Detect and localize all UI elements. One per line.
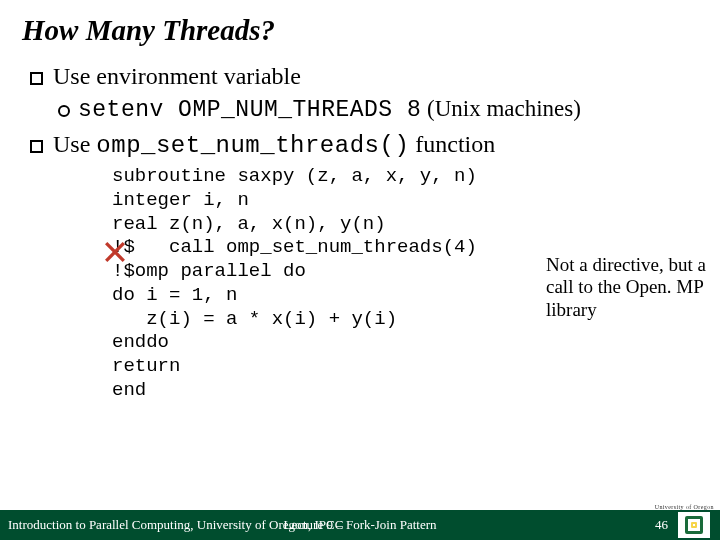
bullet-post: function — [409, 131, 495, 157]
slide: How Many Threads? Use environment variab… — [0, 0, 720, 540]
square-bullet-icon — [30, 140, 43, 153]
slide-footer: Introduction to Parallel Computing, Univ… — [0, 510, 720, 540]
bullet-level1: Use omp_set_num_threads() function — [30, 131, 710, 159]
bullet-level1: Use environment variable — [30, 63, 710, 90]
inline-code: omp_set_num_threads() — [96, 132, 409, 159]
bullet-text: setenv OMP_NUM_THREADS 8 (Unix machines) — [78, 96, 581, 123]
slide-content: Use environment variable setenv OMP_NUM_… — [0, 47, 720, 403]
bullet-level2: setenv OMP_NUM_THREADS 8 (Unix machines) — [58, 96, 710, 123]
bullet-text: Use environment variable — [53, 63, 301, 90]
circle-bullet-icon — [58, 105, 70, 117]
bullet-tail: (Unix machines) — [421, 96, 581, 121]
bullet-text: Use omp_set_num_threads() function — [53, 131, 495, 159]
square-bullet-icon — [30, 72, 43, 85]
cross-out-icon — [104, 241, 126, 263]
page-number: 46 — [655, 517, 668, 533]
bullet-pre: Use — [53, 131, 96, 157]
inline-code: setenv OMP_NUM_THREADS 8 — [78, 97, 421, 123]
slide-title: How Many Threads? — [0, 0, 720, 47]
footer-center: Lecture 9 – Fork-Join Pattern — [283, 517, 436, 533]
side-annotation: Not a directive, but a call to the Open.… — [546, 254, 716, 321]
university-logo-icon — [678, 512, 710, 538]
